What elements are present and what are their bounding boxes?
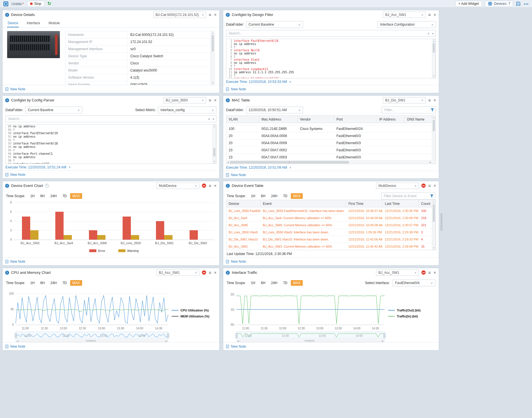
interface-select[interactable]: FastEthernet0/4∨ — [393, 280, 435, 286]
device-selector-dropdown[interactable]: MultiDevice∨ — [157, 183, 199, 189]
scroll-thumb[interactable] — [212, 35, 214, 52]
column-header[interactable]: Mac Address — [259, 116, 298, 123]
device-selector-dropdown[interactable]: MultiDevice∨ — [376, 183, 419, 189]
close-icon[interactable]: ✕ — [433, 271, 436, 274]
table-row[interactable]: 2000A4.00A4.0009FastEthernet0/3 — [226, 140, 432, 147]
stop-button[interactable]: Stop — [27, 1, 44, 7]
scroll-left-icon[interactable]: ◀ — [237, 340, 240, 342]
timescope-7d[interactable]: 7D — [60, 193, 69, 199]
table-row[interactable]: 2300A7.00A7.0002FastEthernet0/3 — [226, 147, 432, 154]
column-header[interactable]: Port — [334, 116, 377, 123]
table-row[interactable]: BJ_Acc_Sw4BJ_Acc_Sw4: Current Memory uti… — [226, 215, 432, 222]
close-icon[interactable]: ✕ — [214, 13, 217, 17]
new-note-link[interactable]: New Note — [231, 87, 246, 91]
close-icon[interactable]: ✕ — [433, 184, 436, 187]
tab-interface[interactable]: Interface — [26, 19, 41, 27]
devices-count[interactable]: Devices: 7 — [485, 1, 513, 7]
timescope-max[interactable]: MAX — [70, 193, 82, 199]
config-code-viewer[interactable]: 88no ip address89!90interface FastEthern… — [5, 124, 216, 164]
scroll-thumb[interactable] — [304, 340, 315, 342]
brush-left-handle[interactable] — [235, 333, 237, 338]
scroll-left-icon[interactable]: ◀ — [226, 161, 230, 164]
column-header[interactable]: Last Time — [383, 200, 419, 207]
timescope-24h[interactable]: 24H — [269, 193, 280, 199]
scroll-thumb[interactable] — [213, 148, 215, 156]
timescope-7d[interactable]: 7D — [60, 280, 69, 286]
vertical-scrollbar[interactable]: ▲▼ — [432, 116, 436, 164]
new-note-link[interactable]: New Note — [10, 173, 25, 177]
timescope-1h[interactable]: 1H — [249, 193, 257, 199]
new-note-link[interactable]: New Note — [231, 173, 246, 177]
filter-input[interactable] — [382, 107, 431, 113]
vertical-scrollbar[interactable]: ▲▼ — [432, 200, 436, 250]
device-selector-dropdown[interactable]: BJ_Dis_SW1∨ — [383, 97, 426, 103]
brush-right-handle[interactable] — [167, 333, 169, 338]
device-selector-dropdown[interactable]: BJ_Acc_SW1∨ — [157, 270, 199, 276]
close-icon[interactable]: ✕ — [214, 271, 217, 274]
event-device[interactable]: BJ_Dis_SW1.Vlan10 — [226, 236, 261, 243]
close-icon[interactable]: ✕ — [214, 99, 217, 102]
page-scrollbar[interactable] — [440, 213, 442, 231]
execute-time[interactable]: Execute Time: 12/20/2016, 10:53:33 AM∧ — [223, 78, 439, 85]
event-device[interactable]: BJ_Acc_SW6 — [226, 222, 261, 229]
datafolder-select[interactable]: 12/20/2016, 10:50:51 AM∨ — [246, 107, 303, 113]
timescope-max[interactable]: MAX — [70, 280, 82, 286]
menu-icon[interactable]: ≡ — [209, 98, 211, 102]
timescope-6h[interactable]: 6H — [259, 280, 267, 286]
scroll-down-icon[interactable]: ▼ — [432, 246, 435, 250]
scroll-down-icon[interactable]: ▼ — [213, 160, 216, 163]
column-header[interactable]: Vendor — [298, 116, 334, 123]
scroll-left-icon[interactable]: ◀ — [16, 340, 19, 342]
stop-refresh-icon[interactable] — [202, 183, 206, 188]
device-selector-dropdown[interactable]: BJ_core_3550∨ — [163, 97, 206, 103]
timescope-24h[interactable]: 24H — [269, 280, 280, 286]
timescope-1h[interactable]: 1H — [28, 193, 37, 199]
scroll-right-icon[interactable]: ▶ — [381, 340, 384, 342]
timescope-24h[interactable]: 24H — [48, 280, 59, 286]
stop-refresh-icon[interactable] — [421, 183, 426, 188]
filter-input[interactable] — [381, 193, 430, 199]
metric-select[interactable]: interface_config∨ — [158, 107, 216, 113]
event-device[interactable]: BJ_Acc_Sw4 — [226, 215, 261, 221]
timescope-7d[interactable]: 7D — [281, 280, 290, 286]
collapse-icon[interactable]: ∧ — [68, 166, 70, 169]
column-header[interactable]: VLAN — [226, 116, 259, 123]
search-prev-icon[interactable]: ∧ — [432, 32, 434, 35]
time-range-brush[interactable]: 11:0012:0013:0014:00 — [236, 332, 385, 339]
close-icon[interactable]: ✕ — [433, 99, 436, 102]
horizontal-scrollbar[interactable]: ◀▶ — [226, 160, 432, 164]
new-note-link[interactable]: New Note — [231, 260, 246, 264]
timescope-6h[interactable]: 6H — [259, 193, 267, 199]
timescope-max[interactable]: MAX — [291, 193, 303, 199]
table-row[interactable]: BJ_Acc_SW6BJ_Acc_SW6: Current Memory uti… — [226, 222, 432, 229]
brush-right-handle[interactable] — [383, 333, 385, 338]
brush-left-handle[interactable] — [15, 333, 17, 338]
config-filter-select[interactable]: Interface Configuration∨ — [377, 21, 436, 28]
column-header[interactable]: IP Address — [377, 116, 405, 123]
device-selector-dropdown[interactable]: BJ_Acc_SW1∨ — [376, 270, 419, 276]
timescope-7d[interactable]: 7D — [281, 193, 290, 199]
scroll-thumb[interactable] — [230, 161, 349, 164]
new-note-link[interactable]: New Note — [231, 344, 246, 348]
scroll-right-icon[interactable]: ▶ — [165, 340, 168, 342]
table-row[interactable]: 1000011.214E.D695Cisco SystemsFastEthern… — [226, 125, 432, 132]
table-row[interactable]: 2300A7.00A7.0003FastEthernet0/3 — [226, 154, 432, 160]
execute-time[interactable]: Execute Time: 12/20/2016, 10:51:09 AM∧ — [223, 164, 439, 171]
scroll-thumb[interactable] — [433, 120, 435, 131]
collapse-icon[interactable]: ∧ — [289, 80, 291, 83]
timescope-6h[interactable]: 6H — [38, 193, 47, 199]
vertical-scrollbar[interactable]: ▲▼ — [432, 39, 436, 78]
close-icon[interactable]: ✕ — [214, 184, 217, 187]
device-selector-dropdown[interactable]: BJ_Acc_SW1∨ — [383, 12, 426, 18]
search-next-icon[interactable]: ∨ — [427, 32, 429, 35]
scroll-thumb[interactable] — [433, 204, 435, 222]
scroll-up-icon[interactable]: ▲ — [432, 200, 435, 204]
new-note-link[interactable]: New Note — [10, 344, 25, 348]
config-code-viewer[interactable]: 1interface FastEthernet0/242no ip addres… — [226, 39, 436, 78]
app-logo-icon[interactable] — [3, 1, 8, 6]
horizontal-scrollbar[interactable]: ◀▶ — [16, 339, 168, 342]
collapse-icon[interactable]: ∧ — [289, 166, 291, 169]
menu-icon[interactable]: ≡ — [428, 183, 431, 188]
execute-time[interactable]: Execute Time: 12/20/2016, 10:51:24 AM∧ — [3, 164, 219, 170]
save-icon[interactable] — [516, 1, 521, 6]
